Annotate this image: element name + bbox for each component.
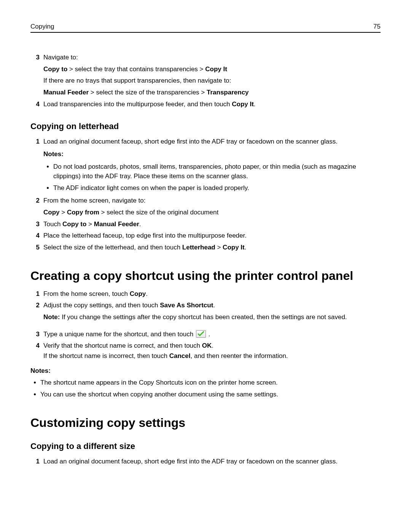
text: Copy to > select the tray that contains … (43, 65, 381, 74)
text: Select the size of the letterhead, and t… (43, 244, 182, 251)
text: Adjust the copy settings, and then touch (43, 302, 160, 309)
text: Copy > Copy from > select the size of th… (43, 208, 381, 217)
text: . (245, 244, 247, 251)
text: If the shortcut name is incorrect, then … (43, 351, 381, 361)
step-number: 1 (30, 289, 43, 299)
list-item: 1 Load an original document faceup, shor… (30, 456, 381, 468)
list-item: 4 Verify that the shortcut name is corre… (30, 340, 381, 362)
text: Navigate to: (43, 53, 381, 62)
page-header: Copying 75 (30, 23, 381, 33)
bold-term: Save As Shortcut (160, 302, 213, 309)
step-body: Adjust the copy settings, and then touch… (43, 301, 381, 322)
text: > (86, 220, 94, 228)
note-item: You can use the shortcut when copying an… (40, 389, 381, 401)
checkmark-icon (196, 330, 206, 338)
bold-term: Letterhead (182, 244, 215, 251)
text: Verify that the shortcut name is correct… (43, 342, 202, 349)
text: From the home screen, touch (43, 290, 130, 297)
bold-term: Manual Feeder (94, 220, 139, 228)
bold-term: Transparency (207, 89, 249, 96)
step-body: Load an original document faceup, short … (43, 137, 381, 194)
text: Load an original document faceup, short … (43, 137, 381, 147)
step-number: 3 (30, 220, 43, 229)
notes-list: The shortcut name appears in the Copy Sh… (40, 377, 381, 400)
step-number: 3 (30, 53, 43, 97)
step-number: 1 (30, 137, 43, 194)
step-number: 2 (30, 196, 43, 217)
notes-label: Notes: (43, 150, 381, 159)
note-item: The shortcut name appears in the Copy Sh… (40, 377, 381, 389)
bold-term: Copy to (43, 66, 67, 73)
step-body: From the home screen, touch Copy. (43, 289, 381, 299)
subheading-diff-size: Copying to a different size (30, 441, 381, 451)
bold-term: Copy to (62, 220, 86, 228)
text: . (212, 342, 213, 349)
letterhead-steps: 1 Load an original document faceup, shor… (30, 136, 381, 253)
step-body: Type a unique name for the shortcut, and… (43, 330, 381, 339)
bold-term: Copy from (67, 209, 99, 216)
note-item: The ADF indicator light comes on when th… (53, 182, 381, 194)
header-page-number: 75 (373, 23, 381, 30)
list-item: 1 Load an original document faceup, shor… (30, 136, 381, 195)
text: From the home screen, navigate to: (43, 196, 381, 206)
list-item: 4 Place the letterhead faceup, top edge … (30, 230, 381, 242)
text: . (139, 220, 141, 228)
page: Copying 75 3 Navigate to: Copy to > sele… (0, 0, 411, 532)
text: If the shortcut name is incorrect, then … (43, 352, 169, 359)
text: Verify that the shortcut name is correct… (43, 341, 381, 351)
text: . (254, 101, 256, 108)
step-body: Verify that the shortcut name is correct… (43, 341, 381, 361)
step-body: Navigate to: Copy to > select the tray t… (43, 53, 381, 97)
heading-customize: Customizing copy settings (30, 416, 381, 430)
notes-label: Notes: (30, 367, 381, 375)
bold-term: Copy It (205, 66, 227, 73)
bold-term: Copy (43, 209, 60, 216)
header-section: Copying (30, 23, 54, 30)
notes-block: Notes: The shortcut name appears in the … (30, 367, 381, 400)
note-line: Note: If you change the settings after t… (43, 313, 381, 322)
notes-list: Do not load postcards, photos, small ite… (53, 161, 381, 194)
bold-term: Manual Feeder (43, 89, 89, 96)
step-body: Load transparencies into the multipurpos… (43, 100, 381, 109)
list-item: 2 Adjust the copy settings, and then tou… (30, 300, 381, 323)
bold-term: Copy It (232, 101, 254, 108)
list-item: 4 Load transparencies into the multipurp… (30, 99, 381, 110)
text: Load an original document faceup, short … (43, 458, 338, 465)
text: . (146, 290, 148, 297)
text: Place the letterhead faceup, top edge fi… (43, 232, 247, 239)
step-number: 2 (30, 301, 43, 322)
text: > select the size of the transparencies … (89, 89, 207, 96)
list-item: 3 Touch Copy to > Manual Feeder. (30, 219, 381, 230)
step-number: 4 (30, 341, 43, 361)
step-body: Touch Copy to > Manual Feeder. (43, 220, 381, 229)
step-number: 3 (30, 330, 43, 339)
customize-steps: 1 Load an original document faceup, shor… (30, 456, 381, 468)
shortcut-steps: 1 From the home screen, touch Copy. 2 Ad… (30, 288, 381, 362)
list-item: 3 Type a unique name for the shortcut, a… (30, 329, 381, 340)
notes-block: Notes: Do not load postcards, photos, sm… (43, 150, 381, 194)
text: Manual Feeder > select the size of the t… (43, 88, 381, 97)
step-number: 1 (30, 457, 43, 466)
text: > select the size of the original docume… (99, 209, 218, 216)
text: Type a unique name for the shortcut, and… (43, 331, 195, 338)
step-number: 4 (30, 100, 43, 109)
list-item: 1 From the home screen, touch Copy. (30, 288, 381, 300)
text: If there are no trays that support trans… (43, 76, 381, 86)
bold-term: OK (202, 342, 212, 349)
note-item: Do not load postcards, photos, small ite… (53, 161, 381, 182)
bold-term: Cancel (169, 352, 191, 359)
list-item: 2 From the home screen, navigate to: Cop… (30, 195, 381, 218)
step-body: From the home screen, navigate to: Copy … (43, 196, 381, 217)
subheading-letterhead: Copying on letterhead (30, 121, 381, 131)
note-label: Note: (43, 313, 60, 321)
text: . (209, 331, 210, 338)
step-body: Select the size of the letterhead, and t… (43, 243, 381, 252)
text: > (215, 244, 223, 251)
text: > select the tray that contains transpar… (67, 66, 205, 73)
bold-term: Copy (130, 290, 146, 297)
text: Adjust the copy settings, and then touch… (43, 301, 381, 310)
bold-term: Copy It (223, 244, 245, 251)
transparency-steps: 3 Navigate to: Copy to > select the tray… (30, 52, 381, 110)
heading-shortcut: Creating a copy shortcut using the print… (30, 269, 381, 283)
text: Load transparencies into the multipurpos… (43, 101, 232, 108)
